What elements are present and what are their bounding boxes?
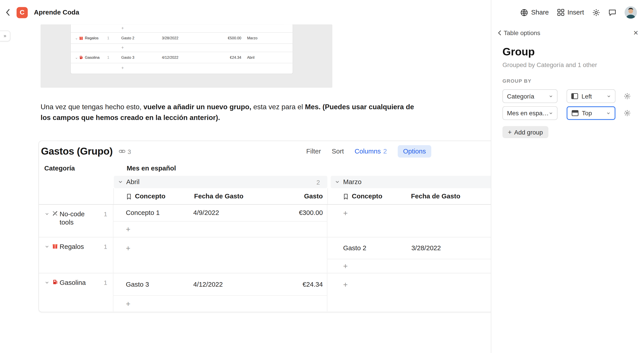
document-title: Aprende Coda xyxy=(34,9,79,16)
embedded-screenshot: + ⌄ Regalos 1 Gasto 2 3/28/2022 €500.00 … xyxy=(40,24,332,88)
chevron-down-icon xyxy=(549,111,553,115)
column-header-label: Fecha de Gasto xyxy=(194,193,244,200)
group-settings-gear-icon[interactable] xyxy=(624,109,630,116)
tools-icon xyxy=(52,210,58,216)
cell-fecha[interactable]: 3/28/2022 xyxy=(412,244,491,252)
comments-button[interactable] xyxy=(608,8,616,16)
document-canvas: C Aprende Coda » + ⌄ Regalos 1 Gasto 2 3… xyxy=(0,0,491,353)
link-icon xyxy=(119,148,126,155)
group-field-select[interactable]: Categoría xyxy=(502,89,558,103)
options-button[interactable]: Options xyxy=(398,145,431,158)
data-row: + xyxy=(113,237,327,259)
cell-concepto[interactable]: Concepto 1 xyxy=(126,209,194,217)
group-band-marzo[interactable]: Marzo xyxy=(331,176,491,188)
mini-cell: €500.00 xyxy=(202,36,241,40)
group-position-select[interactable]: Top xyxy=(567,106,616,120)
group-settings-gear-icon[interactable] xyxy=(624,93,630,100)
table-header-labels: Categoría Mes en español xyxy=(39,162,491,176)
cell-concepto[interactable]: Gasto 3 xyxy=(126,281,194,288)
add-row-button[interactable]: + xyxy=(343,281,348,289)
panel-breadcrumb-label: Table options xyxy=(504,29,540,36)
coda-logo[interactable]: C xyxy=(16,7,28,18)
add-row-line: + xyxy=(113,222,327,237)
columns-button[interactable]: Columns2 xyxy=(355,148,387,155)
group-cells-abril: Concepto 1 4/9/2022 €300.00 + xyxy=(113,205,327,237)
group-position-select[interactable]: Left xyxy=(567,89,616,103)
column-header-concepto[interactable]: Concepto xyxy=(343,188,382,205)
category-cell[interactable]: Gasolina 1 xyxy=(39,273,113,311)
add-row-button[interactable]: + xyxy=(126,225,130,233)
add-row-button[interactable]: + xyxy=(126,300,130,308)
chevron-down-icon[interactable] xyxy=(45,280,49,285)
mini-add-row: + xyxy=(71,44,293,52)
filter-button[interactable]: Filter xyxy=(306,148,321,155)
chevron-down-icon[interactable] xyxy=(335,179,340,184)
column-header-gasto[interactable]: Gasto xyxy=(304,188,323,205)
cell-concepto[interactable]: Gasto 2 xyxy=(343,244,411,252)
cell-fecha[interactable]: 4/9/2022 xyxy=(193,209,258,217)
column-header-label: Fecha de Gasto xyxy=(411,193,460,200)
plus-icon: + xyxy=(121,45,124,50)
group-cells-marzo: + xyxy=(327,205,491,237)
data-row: Concepto 1 4/9/2022 €300.00 xyxy=(113,205,327,222)
paragraph-bold: vuelve a añadir un nuevo grupo, xyxy=(143,103,251,111)
mini-cell: €24.34 xyxy=(202,55,241,60)
topbar: C Aprende Coda xyxy=(0,0,491,25)
table-gastos-grupo: Gastos (Grupo) 3 Filter Sort Columns2 Op… xyxy=(38,141,491,312)
table-toolbar: Filter Sort Columns2 Options xyxy=(306,141,431,162)
sort-button[interactable]: Sort xyxy=(332,148,344,155)
back-button[interactable] xyxy=(2,6,13,19)
mini-row-count: 1 xyxy=(107,36,121,40)
category-cell[interactable]: Regalos 1 xyxy=(39,237,113,273)
column-header-fecha[interactable]: Fecha de Gasto xyxy=(194,188,244,205)
add-row-line: + xyxy=(327,259,491,273)
chevron-down-icon[interactable] xyxy=(45,244,49,249)
chevron-down-icon[interactable] xyxy=(45,212,49,216)
table-row-regalos: Regalos 1 + Gasto 2 3/28/2022 + xyxy=(39,237,491,273)
gift-icon xyxy=(52,243,58,249)
bookmark-icon xyxy=(343,193,348,200)
cell-gasto[interactable]: €300.00 xyxy=(258,209,327,217)
add-row-button[interactable]: + xyxy=(343,209,348,217)
group-cells-marzo: + xyxy=(327,273,491,311)
column-header-concepto[interactable]: Concepto xyxy=(126,188,166,205)
add-row-button[interactable]: + xyxy=(126,244,130,252)
close-icon[interactable]: × xyxy=(633,28,638,37)
mini-cell: Abril xyxy=(247,55,254,60)
table-link-badge[interactable]: 3 xyxy=(119,148,131,155)
group-name: Abril xyxy=(126,178,140,186)
user-avatar[interactable] xyxy=(624,6,637,19)
add-group-button[interactable]: + Add group xyxy=(502,126,548,138)
sidebar-expand-button[interactable]: » xyxy=(0,31,10,41)
group-count: 2 xyxy=(316,179,320,185)
category-cell[interactable]: No-code tools 1 xyxy=(39,205,113,237)
insert-icon xyxy=(557,9,564,16)
group-by-section-label: GROUP BY xyxy=(502,78,636,84)
group-header-mes[interactable]: Mes en español xyxy=(126,165,176,172)
data-row: + xyxy=(327,273,491,296)
column-header-categoria[interactable]: Categoría xyxy=(44,165,75,172)
mini-add-row: + xyxy=(71,24,293,33)
insert-button[interactable]: Insert xyxy=(557,9,584,16)
mini-add-row: + xyxy=(71,63,293,73)
cell-fecha[interactable]: 4/12/2022 xyxy=(193,281,258,288)
group-band-abril[interactable]: Abril 2 xyxy=(114,176,327,188)
column-header-fecha[interactable]: Fecha de Gasto xyxy=(411,188,460,205)
panel-body: Group Grouped by Categoría and 1 other G… xyxy=(502,40,636,138)
doc-settings-gear-button[interactable] xyxy=(592,8,600,16)
cell-gasto[interactable]: €24.34 xyxy=(258,281,327,288)
chevron-down-icon[interactable] xyxy=(118,179,123,184)
insert-label: Insert xyxy=(568,9,584,16)
add-row-button[interactable]: + xyxy=(343,262,348,270)
fuel-icon xyxy=(79,55,85,60)
column-headers: Concepto Fecha de Gasto Gasto Concepto F… xyxy=(39,188,491,205)
back-to-table-options-button[interactable]: Table options xyxy=(498,29,540,36)
select-value: Left xyxy=(582,93,592,100)
panel-header: Table options × xyxy=(491,25,644,40)
share-button[interactable]: Share xyxy=(520,8,549,16)
table-row-nocode-tools: No-code tools 1 Concepto 1 4/9/2022 €300… xyxy=(39,205,491,237)
chevron-down-icon: ⌄ xyxy=(75,36,79,40)
link-count: 3 xyxy=(128,148,131,155)
group-field-select[interactable]: Mes en espa… xyxy=(502,106,558,120)
group-cells-abril: + xyxy=(113,237,327,273)
